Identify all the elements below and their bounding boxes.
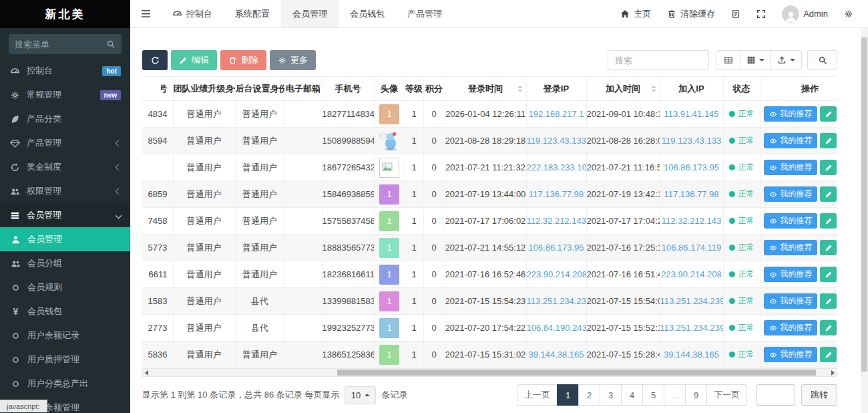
join-ip-link[interactable]: 223.90.214.208 xyxy=(661,269,721,279)
user-menu[interactable]: Admin xyxy=(774,0,836,27)
edit-button[interactable]: 编辑 xyxy=(171,50,217,70)
sidebar-subitem-balance-records[interactable]: 用户余额记录 xyxy=(0,323,130,348)
horizontal-scrollbar-thumb[interactable] xyxy=(337,370,816,376)
join-ip-link[interactable]: 117.136.77.98 xyxy=(664,189,718,199)
table-search-input[interactable] xyxy=(608,50,709,70)
my-referral-button[interactable]: 我的推荐 xyxy=(764,240,817,255)
scroll-left-arrow[interactable] xyxy=(145,370,148,376)
next-page-button[interactable]: 下一页 xyxy=(706,384,747,406)
join-ip-link[interactable]: 113.251.234.239 xyxy=(660,296,724,306)
page-button-3[interactable]: 3 xyxy=(600,384,622,406)
page-button-2[interactable]: 2 xyxy=(578,384,600,406)
sidebar-item-product-manage[interactable]: 产品管理 xyxy=(0,131,130,155)
edit-row-button[interactable] xyxy=(820,160,837,175)
sidebar-item-product-category[interactable]: 产品分类 xyxy=(0,107,130,131)
home-link[interactable]: 主页 xyxy=(612,0,659,27)
my-referral-button[interactable]: 我的推荐 xyxy=(764,320,817,335)
join-ip-link[interactable]: 106.86.173.95 xyxy=(664,162,719,172)
sidebar-subitem-pledge-manage[interactable]: 用户质押管理 xyxy=(0,348,130,372)
sort-arrows-icon[interactable] xyxy=(651,86,656,92)
page-scrollbar[interactable] xyxy=(861,28,868,413)
cell-admin-role: 县代 xyxy=(235,315,284,341)
edit-row-button[interactable] xyxy=(820,133,837,148)
sidebar-subitem-member-manage[interactable]: 会员管理 xyxy=(0,227,130,251)
my-referral-button[interactable]: 我的推荐 xyxy=(764,133,817,148)
sidebar-search-input[interactable] xyxy=(15,39,106,49)
page-size-select[interactable]: 10 xyxy=(345,386,376,404)
login-ip-link[interactable]: 117.136.77.98 xyxy=(529,189,584,199)
toggle-view-button[interactable] xyxy=(716,50,740,70)
tab-system-config[interactable]: 系统配置 xyxy=(224,0,281,27)
login-ip-link[interactable]: 222.183.233.106 xyxy=(527,162,587,172)
join-ip-link[interactable]: 113.91.41.145 xyxy=(664,109,718,119)
edit-row-button[interactable] xyxy=(820,186,837,202)
sidebar-subitem-category-output[interactable]: 用户分类总产出 xyxy=(0,372,130,396)
edit-row-button[interactable] xyxy=(820,240,837,255)
join-ip-link[interactable]: 39.144.38.165 xyxy=(664,350,719,360)
my-referral-button[interactable]: 我的推荐 xyxy=(764,106,817,122)
page-button-9[interactable]: 9 xyxy=(685,384,707,406)
sidebar-item-general[interactable]: 常规管理new xyxy=(0,83,130,107)
export-button[interactable] xyxy=(771,50,802,70)
tab-dashboard[interactable]: 控制台 xyxy=(161,0,224,27)
login-ip-link[interactable]: 39.144.38.165 xyxy=(528,350,584,360)
tab-member-manage[interactable]: 会员管理 xyxy=(281,0,339,27)
edit-row-button[interactable] xyxy=(820,267,837,282)
more-button[interactable]: 更多 xyxy=(270,50,316,70)
page-button-5[interactable]: 5 xyxy=(642,384,664,406)
sidebar-item-member-manage[interactable]: 会员管理 xyxy=(0,203,130,227)
tab-member-wallet[interactable]: 会员钱包 xyxy=(339,0,396,27)
sidebar-item-permission[interactable]: 权限管理 xyxy=(0,179,130,203)
page-button-1[interactable]: 1 xyxy=(557,384,579,406)
login-ip-link[interactable]: 112.32.212.143 xyxy=(527,216,586,226)
sidebar-subitem-member-group[interactable]: 会员分组 xyxy=(0,251,130,275)
my-referral-button[interactable]: 我的推荐 xyxy=(764,213,817,229)
login-ip-link[interactable]: 106.84.190.243 xyxy=(527,323,587,333)
edit-row-button[interactable] xyxy=(820,106,837,122)
column-header-login-time[interactable]: 登录时间 xyxy=(445,77,526,101)
login-ip-link[interactable]: 113.251.234.239 xyxy=(527,296,587,306)
tab-product-manage[interactable]: 产品管理 xyxy=(396,0,453,27)
horizontal-scrollbar[interactable] xyxy=(142,368,837,377)
jump-button[interactable]: 跳转 xyxy=(801,384,837,406)
login-ip-link[interactable]: 192.168.217.1 xyxy=(528,109,584,119)
translate-button[interactable] xyxy=(723,0,748,27)
jump-page-input[interactable] xyxy=(756,384,795,406)
edit-row-button[interactable] xyxy=(820,347,837,362)
join-ip-link[interactable]: 106.86.174.119 xyxy=(662,243,721,253)
my-referral-button[interactable]: 我的推荐 xyxy=(764,186,817,202)
sidebar-toggle-button[interactable] xyxy=(130,0,161,27)
sort-arrows-icon[interactable] xyxy=(517,86,523,92)
sidebar-subitem-member-wallet[interactable]: ¥会员钱包 xyxy=(0,299,130,323)
login-ip-link[interactable]: 106.86.173.95 xyxy=(528,243,584,253)
sidebar-subitem-member-rules[interactable]: 会员规则 xyxy=(0,275,130,299)
edit-row-button[interactable] xyxy=(820,320,837,335)
page-scrollbar-thumb[interactable] xyxy=(861,37,867,372)
page-button-4[interactable]: 4 xyxy=(621,384,643,406)
status-badge: 正常 xyxy=(729,188,754,200)
columns-button[interactable] xyxy=(740,50,771,70)
settings-button[interactable] xyxy=(836,0,861,27)
fullscreen-button[interactable] xyxy=(748,0,774,27)
delete-button[interactable]: 删除 xyxy=(220,50,266,70)
scroll-right-arrow[interactable] xyxy=(831,370,835,376)
my-referral-button[interactable]: 我的推荐 xyxy=(764,347,817,362)
edit-row-button[interactable] xyxy=(820,293,837,309)
refresh-button[interactable] xyxy=(142,50,168,70)
sidebar-item-bonus-system[interactable]: 奖金制度 xyxy=(0,155,130,179)
join-ip-link[interactable]: 113.251.234.239 xyxy=(660,323,724,333)
edit-row-button[interactable] xyxy=(820,213,837,229)
prev-page-button[interactable]: 上一页 xyxy=(517,384,558,406)
search-submit-button[interactable] xyxy=(807,50,837,70)
login-ip-link[interactable]: 223.90.214.208 xyxy=(527,269,587,279)
status-badge: 正常 xyxy=(729,215,754,227)
join-ip-link[interactable]: 112.32.212.143 xyxy=(662,216,721,226)
column-header-join-time[interactable]: 加入时间 xyxy=(586,77,660,101)
my-referral-button[interactable]: 我的推荐 xyxy=(764,160,817,175)
my-referral-button[interactable]: 我的推荐 xyxy=(764,293,817,309)
my-referral-button[interactable]: 我的推荐 xyxy=(764,267,817,282)
join-ip-link[interactable]: 119.123.43.133 xyxy=(662,136,721,146)
clear-cache-link[interactable]: 清除缓存 xyxy=(659,0,723,27)
login-ip-link[interactable]: 119.123.43.133 xyxy=(527,136,586,146)
sidebar-item-dashboard[interactable]: 控制台hot xyxy=(0,59,130,83)
